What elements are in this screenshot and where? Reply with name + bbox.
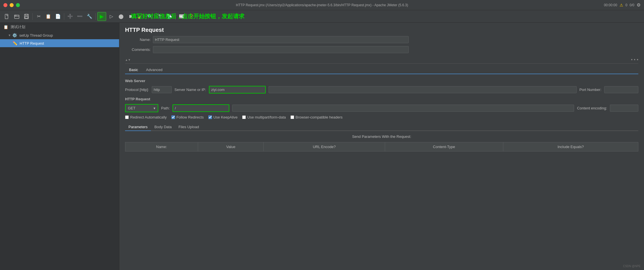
protocol-input[interactable] (152, 86, 172, 93)
name-input[interactable] (153, 36, 409, 43)
sub-tab-files-upload[interactable]: Files Upload (175, 123, 202, 131)
toolbar-help-button[interactable]: ❓ (187, 12, 196, 21)
toolbar-template-button[interactable]: 📰 (177, 12, 186, 21)
encoding-input[interactable] (610, 105, 638, 112)
path-input[interactable] (173, 104, 229, 112)
main-layout: 📋 测试计划 ▼ ⚙️ setUp Thread Group ✏️ HTTP R… (0, 23, 644, 270)
sidebar: 📋 测试计划 ▼ ⚙️ setUp Thread Group ✏️ HTTP R… (0, 23, 119, 270)
toolbar-shutdown-button[interactable]: ⏹ (126, 12, 135, 21)
tab-basic[interactable]: Basic (125, 66, 142, 74)
page-title: HTTP Request (119, 23, 644, 36)
toolbar-paste-button[interactable]: 📄 (53, 12, 63, 21)
tab-advanced[interactable]: Advanced (142, 66, 167, 74)
toolbar-clear-button[interactable]: 🧹 (136, 12, 145, 21)
checkbox-browser-compat[interactable]: Browser-compatible headers (290, 115, 342, 119)
web-server-section-title: Web Server (125, 79, 638, 83)
sidebar-item-http-request[interactable]: ✏️ HTTP Request (0, 39, 119, 47)
toolbar-sep-2 (64, 13, 64, 20)
checkbox-keepalive[interactable]: Use KeepAlive (208, 115, 238, 119)
toolbar-copy-button[interactable]: 📋 (44, 12, 53, 21)
watermark: CSDN @NPE (623, 265, 641, 268)
method-dropdown-arrow: ▼ (151, 107, 158, 110)
sidebar-item-setup-thread-group-label: setUp Thread Group (19, 33, 53, 38)
main-tabs: Basic Advanced (125, 66, 638, 74)
expand-collapse-arrows[interactable]: ▲▼ (125, 58, 131, 61)
sub-tab-body-data[interactable]: Body Data (151, 123, 175, 131)
toolbar-collapse-button[interactable]: ➖ (75, 12, 84, 21)
method-select-wrap[interactable]: GET POST PUT DELETE HEAD OPTIONS PATCH ▼ (125, 104, 158, 112)
timer-display: 00:00:00 (604, 3, 617, 7)
keepalive-label: Use KeepAlive (213, 115, 238, 119)
sidebar-item-http-request-label: HTTP Request (20, 41, 44, 45)
warning-count: 0 (626, 3, 628, 7)
toolbar-save-button[interactable] (22, 12, 31, 21)
more-dots: • • • (631, 57, 638, 62)
setup-thread-group-icon: ⚙️ (12, 33, 17, 38)
svg-rect-4 (25, 14, 28, 16)
port-input[interactable] (604, 86, 638, 93)
toolbar-new-button[interactable] (3, 12, 12, 21)
protocol-label: Protocol [http]: (125, 88, 149, 92)
checkbox-multipart[interactable]: Use multipart/form-data (242, 115, 286, 119)
browser-compat-checkbox[interactable] (290, 115, 294, 119)
toolbar-stop-button[interactable]: ⬤ (117, 12, 126, 21)
toolbar-open-button[interactable] (12, 12, 21, 21)
toolbar-cut-button[interactable]: ✂ (34, 12, 43, 21)
path-label: Path: (161, 106, 170, 110)
http-request-section: HTTP Request GET POST PUT DELETE HEAD OP… (125, 97, 638, 119)
toolbar-start-button[interactable]: ▶ (97, 12, 106, 21)
window-title: HTTP Request.jmx (/Users/ziyi2/Applicati… (236, 3, 408, 7)
multipart-checkbox[interactable] (242, 115, 246, 119)
window-controls (3, 3, 20, 7)
sidebar-item-test-plan-label: 测试计划 (11, 24, 25, 30)
toolbar-sep-4 (175, 13, 176, 20)
name-label: Name: (125, 38, 151, 42)
sub-tab-parameters[interactable]: Parameters (125, 123, 151, 131)
sidebar-item-test-plan[interactable]: 📋 测试计划 (0, 23, 119, 31)
col-header-name: Name: (125, 142, 198, 151)
server-name-input[interactable] (209, 86, 266, 94)
settings-icon[interactable]: ⚙ (637, 2, 641, 8)
test-plan-icon: 📋 (3, 25, 8, 29)
close-button[interactable] (3, 3, 7, 7)
col-header-contenttype: Content-Type (385, 142, 503, 151)
method-select[interactable]: GET POST PUT DELETE HEAD OPTIONS PATCH (126, 105, 151, 112)
redirect-auto-checkbox[interactable] (125, 115, 129, 119)
keepalive-checkbox[interactable] (208, 115, 212, 119)
redirect-auto-label: Redirect Automatically (130, 115, 167, 119)
toolbar: ✂ 📋 📄 ➕ ➖ 🔧 ▶ ▷ ⬤ ⏹ 🧹 🔍 🔭 📡 📰 ❓ 填写好对应信息后… (0, 10, 644, 23)
follow-redirects-checkbox[interactable] (171, 115, 175, 119)
svg-rect-1 (14, 15, 19, 18)
checkbox-redirect-auto[interactable]: Redirect Automatically (125, 115, 167, 119)
sidebar-item-setup-thread-group[interactable]: ▼ ⚙️ setUp Thread Group (0, 31, 119, 39)
toolbar-clear-all-button[interactable]: 🔍 (146, 12, 155, 21)
timer-area: 00:00:00 ⚠ 0 0/0 ⚙ (604, 2, 641, 8)
warning-icon: ⚠ (620, 3, 623, 7)
collapse-icon: ▼ (8, 34, 11, 37)
comments-row: Comments: (125, 46, 638, 53)
server-row: Protocol [http]: Server Name or IP: Port… (125, 86, 638, 94)
toolbar-remote-button[interactable]: 📡 (165, 12, 174, 21)
path-input-wide[interactable] (232, 105, 574, 112)
svg-rect-0 (5, 14, 8, 19)
follow-redirects-label: Follow Redirects (176, 115, 204, 119)
browser-compat-label: Browser-compatible headers (296, 115, 342, 119)
toolbar-search-button[interactable]: 🔭 (155, 12, 164, 21)
toolbar-start-no-pause-button[interactable]: ▷ (107, 12, 116, 21)
checkbox-follow-redirects[interactable]: Follow Redirects (171, 115, 204, 119)
multipart-label: Use multipart/form-data (247, 115, 286, 119)
minimize-button[interactable] (10, 3, 14, 7)
comments-input[interactable] (153, 46, 409, 53)
encoding-label: Content encoding: (577, 106, 607, 110)
params-table: Name: Value URL Encode? Content-Type Inc… (125, 142, 638, 151)
params-title: Send Parameters With the Request: (125, 134, 638, 139)
form-area: Name: Comments: ▲▼ • • • Basic Advanced … (119, 36, 644, 270)
method-row: GET POST PUT DELETE HEAD OPTIONS PATCH ▼… (125, 104, 638, 112)
toolbar-toggle-button[interactable]: 🔧 (85, 12, 94, 21)
svg-rect-2 (14, 15, 16, 16)
server-name-input-wide[interactable] (269, 86, 577, 93)
maximize-button[interactable] (16, 3, 20, 7)
toolbar-sep-1 (32, 13, 33, 20)
content-area: HTTP Request Name: Comments: ▲▼ • • • Ba… (119, 23, 644, 270)
toolbar-expand-button[interactable]: ➕ (66, 12, 75, 21)
